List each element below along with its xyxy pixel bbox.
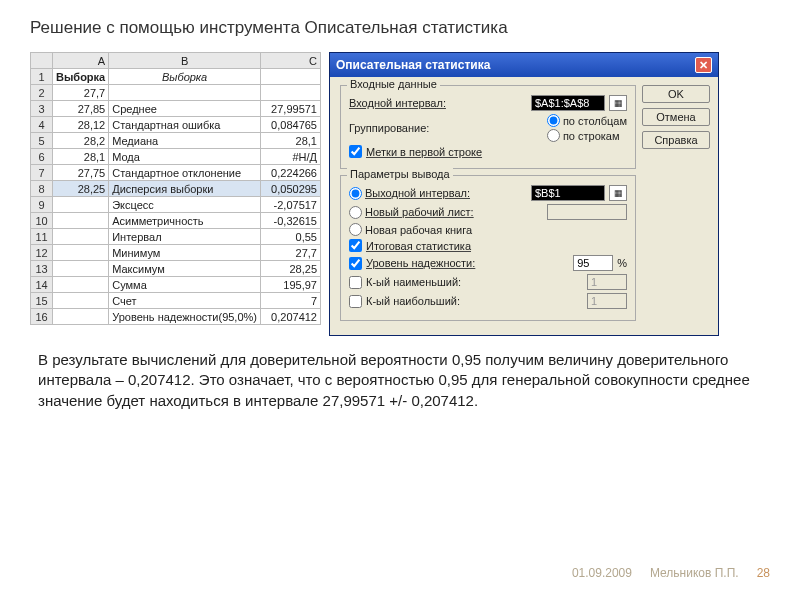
table-row: 13Максимум28,25: [31, 261, 321, 277]
table-row: 15Счет7: [31, 293, 321, 309]
close-icon[interactable]: ✕: [695, 57, 712, 73]
cell-A11[interactable]: [53, 229, 109, 245]
radio-by-columns[interactable]: [547, 114, 560, 127]
cell-B2[interactable]: [109, 85, 261, 101]
new-sheet-name-field: [547, 204, 627, 220]
cell-A2[interactable]: 27,7: [53, 85, 109, 101]
footer-date: 01.09.2009: [572, 566, 632, 580]
cell-B9[interactable]: Эксцесс: [109, 197, 261, 213]
cell-B1[interactable]: Выборка: [109, 69, 261, 85]
row-header[interactable]: 7: [31, 165, 53, 181]
cell-A15[interactable]: [53, 293, 109, 309]
check-kmin[interactable]: [349, 276, 362, 289]
col-headers: A B C: [31, 53, 321, 69]
cell-A4[interactable]: 28,12: [53, 117, 109, 133]
row-header[interactable]: 4: [31, 117, 53, 133]
cell-B14[interactable]: Сумма: [109, 277, 261, 293]
cell-C8[interactable]: 0,050295: [261, 181, 321, 197]
cell-C2[interactable]: [261, 85, 321, 101]
confidence-field[interactable]: [573, 255, 613, 271]
row-header[interactable]: 12: [31, 245, 53, 261]
group-output-params: Параметры вывода Выходной интервал: ▦ Но…: [340, 175, 636, 321]
label-grouping: Группирование:: [349, 122, 477, 134]
cell-C14[interactable]: 195,97: [261, 277, 321, 293]
cell-C3[interactable]: 27,99571: [261, 101, 321, 117]
row-header[interactable]: 8: [31, 181, 53, 197]
cell-A16[interactable]: [53, 309, 109, 325]
radio-new-sheet[interactable]: [349, 206, 362, 219]
help-button[interactable]: Справка: [642, 131, 710, 149]
cell-B7[interactable]: Стандартное отклонение: [109, 165, 261, 181]
row-header[interactable]: 13: [31, 261, 53, 277]
colh-A[interactable]: A: [53, 53, 109, 69]
table-row: 628,1Мода#Н/Д: [31, 149, 321, 165]
table-row: 12Минимум27,7: [31, 245, 321, 261]
cell-B10[interactable]: Асимметричность: [109, 213, 261, 229]
check-kmax[interactable]: [349, 295, 362, 308]
pct-label: %: [617, 257, 627, 269]
cell-C12[interactable]: 27,7: [261, 245, 321, 261]
row-header[interactable]: 9: [31, 197, 53, 213]
cell-C16[interactable]: 0,207412: [261, 309, 321, 325]
row-header[interactable]: 5: [31, 133, 53, 149]
input-range-field[interactable]: [531, 95, 605, 111]
cell-C13[interactable]: 28,25: [261, 261, 321, 277]
cell-C6[interactable]: #Н/Д: [261, 149, 321, 165]
cell-A13[interactable]: [53, 261, 109, 277]
cell-C11[interactable]: 0,55: [261, 229, 321, 245]
range-picker-icon[interactable]: ▦: [609, 185, 627, 201]
cell-A8[interactable]: 28,25: [53, 181, 109, 197]
row-header[interactable]: 2: [31, 85, 53, 101]
cell-C15[interactable]: 7: [261, 293, 321, 309]
table-row: 11Интервал0,55: [31, 229, 321, 245]
cell-C9[interactable]: -2,07517: [261, 197, 321, 213]
check-summary[interactable]: [349, 239, 362, 252]
radio-output-range[interactable]: [349, 187, 362, 200]
cell-B3[interactable]: Среднее: [109, 101, 261, 117]
check-header-row[interactable]: [349, 145, 362, 158]
cell-A14[interactable]: [53, 277, 109, 293]
ok-button[interactable]: OK: [642, 85, 710, 103]
cell-A6[interactable]: 28,1: [53, 149, 109, 165]
cell-A1[interactable]: Выборка: [53, 69, 109, 85]
row-header[interactable]: 11: [31, 229, 53, 245]
radio-by-rows[interactable]: [547, 129, 560, 142]
radio-new-book[interactable]: [349, 223, 362, 236]
cell-A3[interactable]: 27,85: [53, 101, 109, 117]
cell-B6[interactable]: Мода: [109, 149, 261, 165]
row-header[interactable]: 15: [31, 293, 53, 309]
table-row: 14Сумма195,97: [31, 277, 321, 293]
cell-A9[interactable]: [53, 197, 109, 213]
row-header[interactable]: 10: [31, 213, 53, 229]
cell-B12[interactable]: Минимум: [109, 245, 261, 261]
row-header[interactable]: 6: [31, 149, 53, 165]
table-row: 16Уровень надежности(95,0%)0,207412: [31, 309, 321, 325]
colh-C[interactable]: C: [261, 53, 321, 69]
cell-B5[interactable]: Медиана: [109, 133, 261, 149]
table-row: 327,85Среднее27,99571: [31, 101, 321, 117]
row-header[interactable]: 16: [31, 309, 53, 325]
cell-B4[interactable]: Стандартная ошибка: [109, 117, 261, 133]
cell-B11[interactable]: Интервал: [109, 229, 261, 245]
table-row: 828,25Дисперсия выборки0,050295: [31, 181, 321, 197]
cell-B16[interactable]: Уровень надежности(95,0%): [109, 309, 261, 325]
check-confidence[interactable]: [349, 257, 362, 270]
cancel-button[interactable]: Отмена: [642, 108, 710, 126]
cell-C5[interactable]: 28,1: [261, 133, 321, 149]
cell-C7[interactable]: 0,224266: [261, 165, 321, 181]
cell-C4[interactable]: 0,084765: [261, 117, 321, 133]
cell-A7[interactable]: 27,75: [53, 165, 109, 181]
range-picker-icon[interactable]: ▦: [609, 95, 627, 111]
row-header[interactable]: 3: [31, 101, 53, 117]
cell-B8[interactable]: Дисперсия выборки: [109, 181, 261, 197]
table-row: 9Эксцесс-2,07517: [31, 197, 321, 213]
cell-B13[interactable]: Максимум: [109, 261, 261, 277]
cell-B15[interactable]: Счет: [109, 293, 261, 309]
cell-A10[interactable]: [53, 213, 109, 229]
cell-C10[interactable]: -0,32615: [261, 213, 321, 229]
cell-A5[interactable]: 28,2: [53, 133, 109, 149]
row-header[interactable]: 14: [31, 277, 53, 293]
output-range-field[interactable]: [531, 185, 605, 201]
cell-A12[interactable]: [53, 245, 109, 261]
colh-B[interactable]: B: [109, 53, 261, 69]
